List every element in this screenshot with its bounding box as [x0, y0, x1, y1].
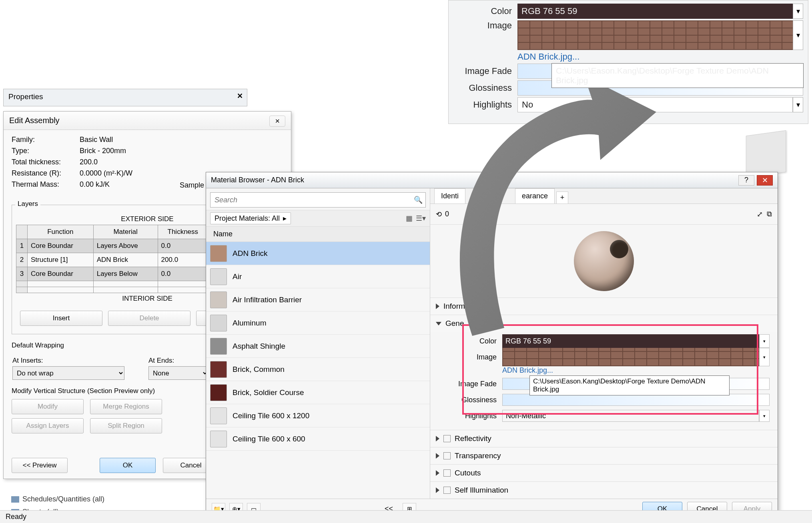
project-materials-filter[interactable]: Project Materials: All▸	[210, 212, 291, 224]
resistance-value: 0.0000 (m²·K)/W	[80, 169, 132, 178]
edit-assembly-close-icon[interactable]: ✕	[269, 116, 285, 127]
thickness-value: 200.0	[80, 158, 98, 166]
tab-identity[interactable]: Identi	[434, 188, 465, 204]
material-preview-ball	[574, 231, 634, 291]
generic-section[interactable]: Gene	[430, 315, 778, 332]
g-hl-label: Highlights	[438, 412, 502, 420]
properties-close-icon[interactable]: ✕	[237, 92, 243, 100]
tab-appearance[interactable]: earance	[515, 188, 555, 204]
thermalmass-label: Thermal Mass:	[12, 180, 80, 189]
cutouts-section[interactable]: Cutouts	[430, 465, 778, 481]
self-illumination-checkbox[interactable]	[443, 487, 451, 494]
table-row[interactable]	[16, 287, 208, 293]
view-list-icon[interactable]: ☰▾	[416, 214, 426, 223]
zoom-tooltip: C:\Users\Eason.Kang\Desktop\Forge Textur…	[551, 63, 804, 88]
reflectivity-section[interactable]: Reflectivity	[430, 430, 778, 447]
layers-table[interactable]: Function Material Thickness 1 Core Bound…	[16, 225, 208, 293]
zoom-image-dropdown[interactable]: ▾	[793, 20, 803, 50]
zoom-hl-dropdown[interactable]: ▾	[793, 97, 803, 112]
zoom-gloss-label: Glossiness	[453, 83, 517, 93]
material-item[interactable]: Aluminum	[206, 311, 430, 335]
family-value: Basic Wall	[80, 136, 113, 144]
table-row[interactable]: 3 Core Boundar Layers Below 0.0	[16, 267, 208, 281]
zoom-color-value[interactable]: RGB 76 55 59	[517, 4, 793, 19]
material-swatch	[210, 268, 227, 285]
at-ends-select[interactable]: None	[148, 366, 209, 380]
g-fade-label: Image Fade	[438, 380, 502, 388]
material-item[interactable]: ADN Brick	[206, 242, 430, 265]
material-name: Asphalt Shingle	[233, 342, 285, 351]
material-browser-title: Material Browser - ADN Brick	[211, 176, 304, 184]
delete-button[interactable]: Delete	[108, 311, 190, 326]
close-button[interactable]: ✕	[757, 175, 773, 186]
family-label: Family:	[12, 136, 80, 144]
material-item[interactable]: Ceiling Tile 600 x 1200	[206, 404, 430, 427]
zoom-fade-slider[interactable]: C:\Users\Eason.Kang\Desktop\Forge Textur…	[517, 64, 803, 79]
material-swatch	[210, 315, 227, 331]
g-gloss-label: Glossiness	[438, 396, 502, 404]
material-item[interactable]: Air Infiltration Barrier	[206, 288, 430, 311]
zoom-color-label: Color	[453, 6, 517, 16]
appearance-pane: Identi earance + ⟲ 0 ⤢ ⧉ Information	[430, 188, 778, 499]
zoom-fade-label: Image Fade	[453, 66, 517, 76]
insert-button[interactable]: Insert	[20, 311, 102, 326]
material-swatch	[210, 384, 227, 401]
g-gloss-slider[interactable]	[502, 394, 770, 406]
expand-icon[interactable]: ⤢	[757, 210, 763, 219]
col-material: Material	[93, 225, 158, 239]
tree-item-schedules[interactable]: Schedules/Quantities (all)	[11, 493, 104, 505]
cutouts-checkbox[interactable]	[443, 469, 451, 477]
help-button[interactable]: ?	[738, 175, 754, 186]
material-name: Aluminum	[233, 319, 266, 327]
material-name: Brick, Soldier Course	[233, 388, 304, 397]
g-hl-value[interactable]: Non-Metallic	[502, 410, 759, 422]
split-region-button[interactable]: Split Region	[90, 418, 162, 433]
g-image-dropdown[interactable]: ▾	[759, 348, 770, 366]
col-thickness: Thickness	[158, 225, 208, 239]
table-row[interactable]: 2 Structure [1] ADN Brick 200.0	[16, 253, 208, 267]
status-bar: Ready	[0, 510, 812, 523]
replace-asset-icon[interactable]: ⟲	[436, 210, 442, 219]
copy-icon[interactable]: ⧉	[767, 210, 772, 219]
view-grid-icon[interactable]: ▦	[406, 214, 413, 223]
g-hl-dropdown[interactable]: ▾	[759, 410, 770, 422]
g-color-value[interactable]: RGB 76 55 59	[502, 334, 759, 348]
material-item[interactable]: Asphalt Shingle	[206, 335, 430, 358]
merge-regions-button[interactable]: Merge Regions	[90, 399, 162, 414]
material-item[interactable]: Ceiling Tile 600 x 600	[206, 427, 430, 451]
search-input[interactable]	[210, 192, 426, 208]
type-value: Brick - 200mm	[80, 147, 126, 155]
view-cube[interactable]	[746, 130, 786, 178]
transparency-section[interactable]: Transparency	[430, 447, 778, 464]
at-inserts-select[interactable]: Do not wrap	[12, 366, 124, 380]
zoom-image-swatch[interactable]	[517, 20, 793, 50]
transparency-checkbox[interactable]	[443, 452, 451, 459]
col-function: Function	[28, 225, 94, 239]
g-color-dropdown[interactable]: ▾	[759, 334, 770, 348]
self-illumination-section[interactable]: Self Illumination	[430, 482, 778, 499]
preview-button[interactable]: << Preview	[12, 458, 68, 473]
properties-title: Properties	[4, 89, 247, 104]
zoom-color-dropdown[interactable]: ▾	[793, 4, 803, 19]
zoom-image-link[interactable]: ADN Brick.jpg...	[517, 52, 579, 62]
material-name: Ceiling Tile 600 x 1200	[233, 411, 309, 420]
search-icon[interactable]: 🔍	[414, 196, 423, 204]
material-name: Ceiling Tile 600 x 600	[233, 435, 305, 443]
information-section[interactable]: Information	[430, 298, 778, 315]
tab-add[interactable]: +	[556, 192, 568, 204]
ok-button[interactable]: OK	[100, 458, 156, 473]
g-image-swatch[interactable]	[502, 348, 759, 366]
table-row[interactable]: 1 Core Boundar Layers Above 0.0	[16, 239, 208, 253]
assign-layers-button[interactable]: Assign Layers	[12, 418, 84, 433]
zoom-hl-value[interactable]: No	[517, 97, 793, 112]
g-image-link[interactable]: ADN Brick.jpg...	[502, 366, 553, 375]
table-row[interactable]	[16, 281, 208, 287]
layers-caption: Layers	[15, 200, 40, 208]
zoom-image-label: Image	[453, 20, 517, 31]
material-item[interactable]: Brick, Soldier Course	[206, 381, 430, 404]
modify-button[interactable]: Modify	[12, 399, 84, 414]
material-item[interactable]: Brick, Common	[206, 358, 430, 381]
reflectivity-checkbox[interactable]	[443, 435, 451, 442]
material-item[interactable]: Air	[206, 265, 430, 288]
material-swatch	[210, 407, 227, 424]
